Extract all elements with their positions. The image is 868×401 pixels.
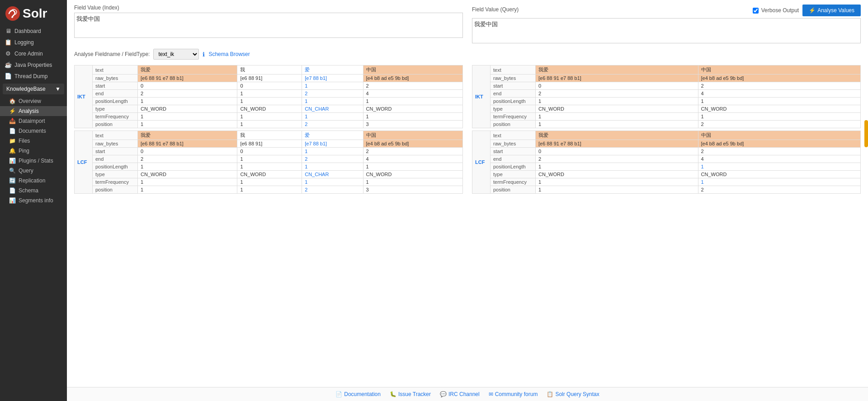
cell-value: 2 [302, 155, 363, 163]
index-field-textarea[interactable]: 我爱中国 [74, 13, 463, 38]
prop-text: text [93, 65, 138, 75]
cell-value: 0 [138, 148, 237, 155]
sidebar-sub-item-overview[interactable]: 🏠 Overview [0, 96, 67, 106]
sidebar-sub-item-segments[interactable]: 📊 Segments info [0, 196, 67, 205]
cell-value: CN_WORD [138, 105, 237, 113]
table-row: raw_bytes [e6 88 91 e7 88 b1] [e6 88 91]… [75, 140, 463, 148]
prop-position-length: positionLength [93, 98, 138, 105]
sidebar-sub-item-files[interactable]: 📁 Files [0, 136, 67, 146]
sidebar-sub-label: Plugins / Stats [19, 158, 53, 164]
prop-end: end [93, 90, 138, 98]
table-row: end 2 1 2 4 [75, 90, 463, 98]
cell-value: 2 [698, 186, 861, 194]
cell-value: 1 [698, 178, 861, 186]
cell-value: 我 [237, 131, 302, 140]
core-selector[interactable]: KnowledgeBase ▼ [3, 84, 64, 94]
prop-term-frequency: termFrequency [93, 178, 138, 186]
sidebar-sub-item-analysis[interactable]: ⚡ Analysis [0, 106, 67, 116]
cell-value: 0 [536, 148, 698, 155]
table-row: position 1 2 [472, 121, 861, 128]
cell-value: 1 [138, 98, 237, 105]
issue-tracker-label: Issue Tracker [398, 391, 431, 397]
cell-value: 1 [698, 98, 861, 105]
prop-type: type [491, 171, 536, 178]
sidebar-item-logging[interactable]: 📋 Logging [0, 37, 67, 48]
sidebar-sub-item-dataimport[interactable]: 📥 Dataimport [0, 116, 67, 126]
documents-icon: 📄 [9, 128, 16, 134]
analyse-btn-label: Analyse Values [817, 7, 854, 14]
cell-value: 中国 [363, 131, 462, 140]
sidebar-sub-item-plugins[interactable]: 📊 Plugins / Stats [0, 156, 67, 166]
cell-value: 2 [302, 90, 363, 98]
sidebar-sub-item-query[interactable]: 🔍 Query [0, 166, 67, 176]
documentation-icon: 📄 [335, 391, 342, 397]
table-row: LCF text 我爱 中国 [472, 131, 861, 140]
sidebar-item-thread-dump[interactable]: 📄 Thread Dump [0, 70, 67, 82]
cell-value: 1 [698, 163, 861, 171]
issue-tracker-link[interactable]: 🐛 Issue Tracker [390, 391, 431, 397]
cell-value: 4 [698, 90, 861, 98]
cell-value: 1 [138, 178, 237, 186]
documentation-label: Documentation [344, 391, 381, 397]
table-row: position 1 2 [472, 186, 861, 194]
table-row: start 0 2 [472, 82, 861, 90]
sidebar-item-java-properties[interactable]: ☕ Java Properties [0, 59, 67, 70]
sidebar-item-label: Logging [14, 39, 34, 46]
cell-value: 2 [363, 148, 462, 155]
cell-value: 爱 [302, 131, 363, 140]
cell-value: 2 [536, 90, 698, 98]
table-row: start 0 0 1 2 [75, 82, 463, 90]
sidebar-item-core-admin[interactable]: ⚙ Core Admin [0, 48, 67, 59]
mail-icon: ✉ [489, 391, 493, 397]
cell-value: 1 [536, 163, 698, 171]
ikt-label: IKT [75, 65, 93, 128]
index-token-table-wrap: IKT text 我爱 我 爱 中国 raw_bytes [e6 88 91 e… [74, 65, 463, 194]
prop-position: position [491, 121, 536, 128]
query-field-box: Field Value (Query) Verbose Output ⚡ Ana… [472, 5, 861, 43]
cell-value: CN_WORD [237, 171, 302, 178]
sidebar-sub-item-ping[interactable]: 🔔 Ping [0, 146, 67, 156]
sidebar-item-label: Thread Dump [14, 73, 47, 79]
irc-channel-link[interactable]: 💬 IRC Channel [440, 391, 480, 397]
prop-start: start [93, 148, 138, 155]
core-admin-icon: ⚙ [5, 50, 12, 57]
cell-value: 3 [363, 121, 462, 128]
sidebar-sub-label: Analysis [19, 108, 39, 114]
analyse-icon: ⚡ [809, 7, 816, 14]
replication-icon: 🔄 [9, 177, 16, 184]
right-scroll-hint[interactable] [864, 120, 868, 147]
schema-browser-link[interactable]: Schema Browser [208, 51, 250, 57]
cell-value: 中国 [363, 65, 462, 75]
cell-value: [e4 b8 ad e5 9b bd] [698, 75, 861, 82]
table-row: IKT text 我爱 我 爱 中国 [75, 65, 463, 75]
verbose-label: Verbose Output [761, 7, 799, 14]
community-forum-link[interactable]: ✉ Community forum [489, 391, 538, 397]
analyse-values-button[interactable]: ⚡ Analyse Values [802, 5, 861, 16]
verbose-checkbox[interactable] [753, 8, 759, 14]
table-row: termFrequency 1 1 1 1 [75, 113, 463, 121]
sidebar-sub-label: Query [19, 168, 33, 174]
dashboard-icon: 🖥 [5, 28, 12, 34]
cell-value: 2 [536, 155, 698, 163]
sidebar-item-dashboard[interactable]: 🖥 Dashboard [0, 25, 67, 37]
prop-position: position [93, 121, 138, 128]
sidebar-sub-item-schema[interactable]: 📄 Schema [0, 186, 67, 196]
table-row: termFrequency 1 1 [472, 178, 861, 186]
cell-value: [e6 88 91 e7 88 b1] [536, 140, 698, 148]
table-row: type CN_WORD CN_WORD CN_CHAR CN_WORD [75, 171, 463, 178]
cell-value: 1 [363, 98, 462, 105]
cell-value: 1 [237, 98, 302, 105]
cell-value: 0 [536, 82, 698, 90]
table-row: type CN_WORD CN_WORD [472, 105, 861, 113]
sidebar-item-label: Core Admin [14, 51, 43, 57]
solr-query-syntax-link[interactable]: 📋 Solr Query Syntax [547, 391, 599, 397]
table-row: IKT text 我爱 中国 [472, 65, 861, 75]
sidebar-sub-item-replication[interactable]: 🔄 Replication [0, 176, 67, 186]
query-field-textarea[interactable]: 我爱中国 [472, 18, 861, 43]
documentation-link[interactable]: 📄 Documentation [335, 391, 381, 397]
cell-value: 1 [363, 178, 462, 186]
table-row: raw_bytes [e6 88 91 e7 88 b1] [e4 b8 ad … [472, 140, 861, 148]
cell-value: 1 [237, 155, 302, 163]
fieldname-select[interactable]: text_ik text_general string [153, 49, 199, 60]
sidebar-sub-item-documents[interactable]: 📄 Documents [0, 126, 67, 136]
